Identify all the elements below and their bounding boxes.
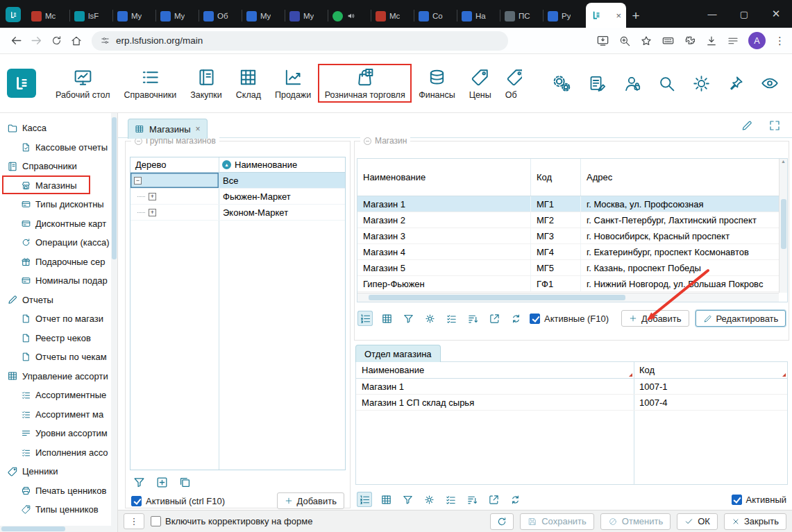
sidebar-item-pechat-cennikov[interactable]: Печать ценников <box>0 481 117 501</box>
scrollbar-thumb[interactable] <box>369 295 625 300</box>
column-header-name[interactable]: Наименование <box>356 362 634 378</box>
keyboard-icon[interactable] <box>662 34 675 47</box>
settings-gear-icon[interactable] <box>422 311 437 326</box>
sidebar-item-reestr-chekov[interactable]: Реестр чеков <box>0 329 117 348</box>
shops-vertical-scrollbar[interactable]: ▲ <box>779 159 787 293</box>
site-settings-icon[interactable] <box>100 35 110 46</box>
browser-tab[interactable]: Об <box>199 4 242 28</box>
nav-item-prices[interactable]: Цены <box>462 64 498 103</box>
browser-tab-active[interactable]: × <box>586 3 626 28</box>
close-button[interactable]: Закрыть <box>724 513 786 530</box>
settings-gear-icon[interactable] <box>421 492 437 507</box>
copy-icon[interactable] <box>178 476 192 489</box>
nav-item-desktop[interactable]: Рабочий стол <box>49 64 117 103</box>
back-icon[interactable] <box>7 32 25 50</box>
tree-expand-icon[interactable]: + <box>149 193 156 200</box>
browser-tab[interactable]: Co <box>414 4 457 28</box>
group-sort-icon[interactable] <box>465 311 480 326</box>
nav-item-sales[interactable]: Продажи <box>268 64 318 103</box>
browser-tab[interactable]: My <box>285 4 328 28</box>
column-header-tree[interactable]: Дерево <box>130 160 219 170</box>
sidebar-item-kassovye-otchety[interactable]: Кассовые отчеты <box>0 138 117 157</box>
window-maximize-button[interactable]: ▢ <box>728 0 760 28</box>
fullscreen-icon[interactable] <box>768 119 781 132</box>
filter-icon[interactable] <box>401 311 416 326</box>
sidebar-item-urovni-assortimenta[interactable]: Уровни ассортим <box>0 424 117 443</box>
pin-icon[interactable] <box>727 75 744 92</box>
user-lock-icon[interactable] <box>623 74 641 93</box>
shops-horizontal-scrollbar[interactable] <box>357 293 779 302</box>
eye-icon[interactable] <box>760 74 780 93</box>
browser-tab[interactable]: lsF <box>69 4 112 28</box>
column-header-name[interactable]: ▲Наименование <box>219 160 345 170</box>
scrollbar-thumb[interactable] <box>781 199 786 249</box>
export-icon[interactable] <box>487 311 502 326</box>
scrollbar-thumb[interactable] <box>1 526 65 531</box>
side-panel-icon[interactable] <box>727 35 739 47</box>
filter-icon[interactable] <box>400 492 415 507</box>
checkbox-checked-icon[interactable] <box>131 496 142 506</box>
window-minimize-button[interactable]: — <box>696 0 728 28</box>
nav-item-warehouse[interactable]: Склад <box>229 64 268 103</box>
document-edit-icon[interactable] <box>588 74 607 93</box>
extensions-puzzle-icon[interactable] <box>684 35 696 47</box>
cancel-button[interactable]: Отменить <box>600 513 671 530</box>
column-header-address[interactable]: Адрес <box>581 159 787 196</box>
shops-add-button[interactable]: Добавить <box>621 310 689 327</box>
department-row[interactable]: Магазин 11007-1 <box>356 379 787 395</box>
new-tab-button[interactable]: + <box>626 4 646 28</box>
sidebar-item-ispolneniya-assortimenta[interactable]: Исполнения ассо <box>0 443 117 463</box>
checkbox-checked-icon[interactable] <box>530 314 540 324</box>
nav-item-equipment[interactable]: Об <box>498 64 522 103</box>
tree-expand-icon[interactable]: + <box>149 209 156 216</box>
grid-view-icon[interactable] <box>379 311 394 326</box>
groups-add-button[interactable]: Добавить <box>277 492 344 509</box>
shops-edit-button[interactable]: Редактировать <box>696 310 786 327</box>
more-options-button[interactable]: ⋮ <box>124 513 144 529</box>
checklist-icon[interactable] <box>444 311 459 326</box>
checkbox-unchecked-icon[interactable] <box>151 516 161 526</box>
tree-row-all[interactable]: − Все <box>130 173 345 189</box>
nav-item-directories[interactable]: Справочники <box>117 64 183 103</box>
department-tab[interactable]: Отдел магазина <box>355 345 441 362</box>
sidebar-item-otchet-po-magazinam[interactable]: Отчет по магази <box>0 309 117 329</box>
forward-icon[interactable] <box>27 32 45 50</box>
home-icon[interactable] <box>67 32 85 50</box>
sidebar-item-cenniki[interactable]: Ценники <box>0 462 117 481</box>
bookmark-star-icon[interactable] <box>640 35 652 47</box>
shop-row[interactable]: Магазин 4МГ4г. Екатеринбург, проспект Ко… <box>357 244 787 260</box>
browser-tab[interactable]: ПС <box>500 4 543 28</box>
sidebar-item-operacii-kassa[interactable]: Операции (касса) <box>0 233 117 252</box>
filter-icon[interactable] <box>133 476 146 489</box>
sidebar-item-nominaly-podarochnyh[interactable]: Номиналы подар <box>0 271 117 291</box>
save-button[interactable]: Сохранить <box>520 513 594 530</box>
groups-active-checkbox[interactable]: Активный (ctrl F10) <box>131 496 225 506</box>
shop-row[interactable]: Магазин 3МГ3г. Новосибирск, Красный прос… <box>357 228 787 244</box>
sidebar-item-upravlenie-assortimentom[interactable]: Управление ассорти <box>0 367 117 386</box>
nav-item-retail[interactable]: Розничная торговля <box>318 64 412 103</box>
address-bar[interactable]: erp.lsfusion.org/main <box>92 31 508 51</box>
browser-tab[interactable] <box>328 4 371 28</box>
browser-tab[interactable]: Ру <box>543 4 586 28</box>
browser-tab[interactable]: My <box>242 4 285 28</box>
zoom-icon[interactable] <box>618 35 631 47</box>
tree-collapse-icon[interactable]: − <box>134 177 142 185</box>
checkbox-checked-icon[interactable] <box>732 495 742 505</box>
export-icon[interactable] <box>486 492 501 507</box>
shop-row[interactable]: Гипер-ФьюженГФ1г. Нижний Новгород, ул. Б… <box>357 276 787 292</box>
tab-close-icon[interactable]: × <box>196 124 201 134</box>
sidebar-item-tipy-cennikov[interactable]: Типы ценников <box>0 500 117 520</box>
browser-tab[interactable]: Mc <box>371 4 414 28</box>
browser-tab[interactable]: My <box>155 4 199 28</box>
nav-item-finance[interactable]: Финансы <box>412 64 462 103</box>
column-header-name[interactable]: Наименование <box>357 159 531 196</box>
sidebar-item-tipy-diskontnyh[interactable]: Типы дисконтны <box>0 195 117 214</box>
sidebar-item-otchety-po-chekam[interactable]: Отчеты по чекам <box>0 347 117 367</box>
sidebar-horizontal-scrollbar[interactable] <box>0 526 112 532</box>
sidebar-vertical-scrollbar[interactable] <box>111 113 117 532</box>
row-numbers-icon[interactable] <box>357 311 373 326</box>
reload-icon[interactable] <box>47 32 65 50</box>
shop-row[interactable]: Магазин 2МГ2г. Санкт-Петербург, Лахтинск… <box>357 212 787 228</box>
sidebar-item-diskontnye-karty[interactable]: Дисконтные карт <box>0 214 117 234</box>
profile-avatar[interactable]: A <box>748 32 766 49</box>
